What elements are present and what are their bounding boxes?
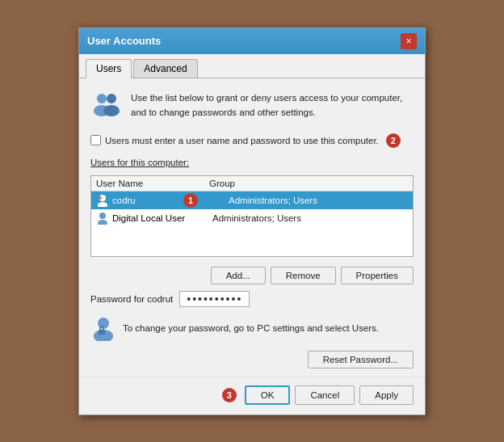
- user-avatar-icon-2: [96, 212, 109, 225]
- user-group-1: Administrators; Users: [229, 196, 408, 205]
- password-row: Password for codrut ••••••••••: [90, 291, 414, 307]
- checkbox-label[interactable]: Users must enter a user name and passwor…: [105, 136, 379, 145]
- badge-2: 2: [386, 133, 401, 148]
- apply-button[interactable]: Apply: [359, 385, 414, 405]
- svg-point-7: [99, 213, 106, 219]
- table-row[interactable]: codru 1 Administrators; Users: [91, 192, 413, 209]
- user-group-2: Administrators; Users: [212, 213, 408, 223]
- password-label: Password for codrut: [90, 294, 173, 304]
- bottom-buttons: 3 OK Cancel Apply: [79, 377, 425, 415]
- cancel-button[interactable]: Cancel: [295, 385, 355, 405]
- user-avatar-icon: [96, 194, 109, 207]
- reset-password-button[interactable]: Reset Password...: [308, 351, 414, 368]
- svg-point-2: [107, 94, 116, 103]
- require-password-checkbox[interactable]: [90, 135, 101, 145]
- table-buttons: Add... Remove Properties: [90, 267, 414, 284]
- change-pw-icon: [90, 315, 116, 341]
- svg-point-8: [98, 220, 107, 225]
- title-bar: User Accounts ×: [79, 28, 425, 54]
- svg-point-0: [97, 94, 107, 103]
- user-accounts-dialog: User Accounts × Users Advanced Use the l: [78, 27, 426, 415]
- table-header: User Name Group: [91, 176, 413, 192]
- remove-button[interactable]: Remove: [271, 267, 336, 284]
- svg-point-5: [98, 202, 107, 207]
- dialog-title: User Accounts: [87, 35, 161, 47]
- users-section-label: Users for this computer:: [90, 158, 189, 167]
- badge-3: 3: [222, 388, 237, 402]
- change-pw-text: To change your password, go to PC settin…: [123, 323, 379, 333]
- reset-btn-row: Reset Password...: [90, 351, 414, 368]
- tab-advanced[interactable]: Advanced: [133, 59, 197, 78]
- user-name-2: Digital Local User: [112, 213, 209, 223]
- users-icon: [90, 90, 123, 122]
- tab-bar: Users Advanced: [79, 54, 425, 78]
- user-table: User Name Group codru 1 Administrators; …: [90, 175, 414, 257]
- table-body: codru 1 Administrators; Users Digital Lo…: [91, 192, 413, 256]
- close-button[interactable]: ×: [401, 33, 417, 49]
- col-header-group: Group: [209, 179, 408, 188]
- ok-button[interactable]: OK: [245, 385, 291, 405]
- info-text: Use the list below to grant or deny user…: [131, 91, 414, 120]
- dialog-content: Use the list below to grant or deny user…: [79, 78, 425, 377]
- svg-point-3: [103, 105, 120, 116]
- password-dots: ••••••••••: [179, 291, 250, 307]
- svg-point-6: [99, 196, 102, 200]
- tab-users[interactable]: Users: [86, 59, 132, 78]
- table-row[interactable]: Digital Local User Administrators; Users: [91, 209, 413, 227]
- checkbox-row: Users must enter a user name and passwor…: [90, 133, 414, 148]
- info-row: Use the list below to grant or deny user…: [90, 90, 414, 122]
- badge-1: 1: [183, 193, 198, 208]
- col-header-name: User Name: [96, 179, 209, 188]
- add-button[interactable]: Add...: [211, 267, 266, 284]
- properties-button[interactable]: Properties: [341, 267, 414, 284]
- change-pw-row: To change your password, go to PC settin…: [90, 315, 414, 341]
